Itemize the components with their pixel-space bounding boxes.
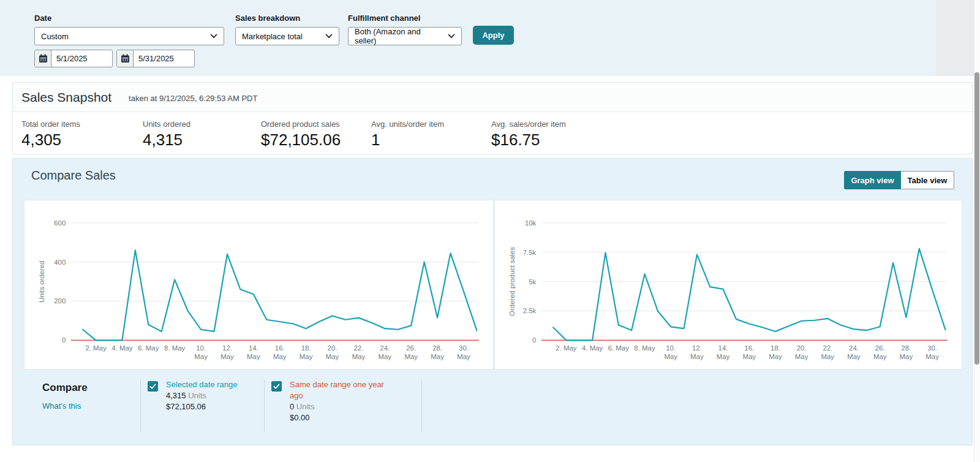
sales-snapshot-header: Sales Snapshot taken at 9/12/2025, 6:29:… [13,83,972,112]
svg-text:0: 0 [532,336,536,344]
svg-text:14.May: 14.May [247,344,260,360]
svg-text:28.May: 28.May [431,344,444,360]
fulfillment-channel-select[interactable]: Both (Amazon and seller) [348,27,462,45]
units-ordered-chart-panel: Units ordered02004006002. May4. May6. Ma… [24,200,494,369]
legend-amount: $72,105.06 [166,402,206,411]
sales-snapshot-card: Sales Snapshot taken at 9/12/2025, 6:29:… [12,82,973,154]
compare-legend-title: Compare [42,382,88,394]
svg-text:22.May: 22.May [352,344,366,360]
legend-units-value: 4,315 [166,391,186,400]
top-right-gutter [936,0,974,76]
svg-text:24.May: 24.May [847,344,861,360]
filter-bar: Date Custom Sales bre [0,0,974,76]
svg-text:14.May: 14.May [717,344,730,360]
sales-breakdown-value: Marketplace total [242,32,303,41]
stat-ordered-product-sales: Ordered product sales $72,105.06 [261,119,371,150]
stat-value: 1 [371,131,491,150]
svg-text:200: 200 [54,297,66,305]
svg-text:7.5k: 7.5k [523,249,537,256]
units-ordered-chart: Units ordered02004006002. May4. May6. Ma… [24,200,493,369]
svg-text:4. May: 4. May [111,344,133,352]
fulfillment-channel-value: Both (Amazon and seller) [355,27,443,45]
vertical-scrollbar-thumb[interactable] [974,72,979,365]
svg-text:10k: 10k [525,219,537,227]
date-filter-label: Date [34,13,51,23]
sales-snapshot-title: Sales Snapshot [21,90,111,105]
svg-text:30.May: 30.May [457,344,470,360]
fulfillment-channel-label: Fulfillment channel [348,13,420,23]
svg-text:30.May: 30.May [925,344,939,360]
stat-total-order-items: Total order items 4,305 [21,119,143,150]
svg-text:6. May: 6. May [138,344,159,352]
check-icon [273,384,280,390]
legend-units-suffix: Units [296,402,315,411]
svg-text:600: 600 [54,219,66,227]
snapshot-timestamp: taken at 9/12/2025, 6:29:53 AM PDT [129,92,257,103]
chevron-down-icon [325,34,333,39]
stat-label: Ordered product sales [261,119,371,129]
svg-text:16.May: 16.May [273,344,287,360]
compare-sales-title: Compare Sales [31,169,116,183]
legend-item-text: Selected date range 4,315 Units $72,105.… [166,379,237,412]
svg-text:2. May: 2. May [85,344,107,352]
stat-value: $16.75 [491,131,566,150]
selected-range-checkbox[interactable] [148,381,158,392]
legend-item-text: Same date range one year ago 0 Units $0.… [290,379,395,423]
svg-text:28.May: 28.May [900,344,913,360]
year-ago-checkbox[interactable] [271,381,282,392]
compare-sales-card: Compare Sales Graph view Table view Unit… [12,158,973,445]
svg-text:22.May: 22.May [821,344,835,360]
svg-text:10.May: 10.May [194,344,208,360]
calendar-icon[interactable] [117,50,134,67]
check-icon [149,384,156,390]
stat-avg-sales-per-order: Avg. sales/order item $16.75 [491,119,566,150]
legend-label: Same date range one year ago [290,379,395,401]
view-toggle: Graph view Table view [844,171,954,189]
whats-this-link[interactable]: What's this [42,401,88,411]
svg-text:2.5k: 2.5k [523,307,537,314]
legend-label: Selected date range [166,379,237,390]
calendar-glyph [121,54,130,63]
svg-text:6. May: 6. May [608,344,630,352]
end-date-input[interactable] [134,50,192,67]
calendar-icon[interactable] [35,50,51,67]
product-sales-chart-panel: Ordered product sales02.5k5k7.5k10k2. Ma… [494,200,962,369]
svg-text:2. May: 2. May [556,344,577,352]
svg-text:12.May: 12.May [221,344,234,360]
legend-units-value: 0 [290,402,294,411]
table-view-tab[interactable]: Table view [901,171,954,189]
legend-amount: $0.00 [290,413,310,422]
stat-value: $72,105.06 [261,131,371,150]
date-range-select[interactable]: Custom [34,27,224,45]
product-sales-chart: Ordered product sales02.5k5k7.5k10k2. Ma… [495,200,962,369]
compare-legend-header: Compare What's this [42,382,88,411]
stat-label: Avg. units/order item [371,119,491,129]
stat-avg-units-per-order: Avg. units/order item 1 [371,119,491,150]
svg-text:0: 0 [62,336,66,344]
stat-value: 4,315 [143,131,261,150]
legend-item-selected-range: Selected date range 4,315 Units $72,105.… [140,379,264,432]
svg-text:26.May: 26.May [873,344,887,360]
legend-item-year-ago: Same date range one year ago 0 Units $0.… [264,379,422,432]
svg-text:20.May: 20.May [795,344,809,360]
stat-label: Total order items [21,119,143,129]
svg-text:12.May: 12.May [690,344,704,360]
apply-button[interactable]: Apply [473,26,514,45]
svg-text:26.May: 26.May [404,344,418,360]
svg-text:8. May: 8. May [634,344,655,352]
svg-text:5k: 5k [529,278,536,286]
svg-text:Ordered product sales: Ordered product sales [508,247,516,316]
graph-view-tab[interactable]: Graph view [844,171,901,189]
sales-breakdown-select[interactable]: Marketplace total [235,27,339,45]
chevron-down-icon [210,34,217,39]
svg-text:20.May: 20.May [326,344,339,360]
svg-text:400: 400 [54,259,66,266]
svg-text:18.May: 18.May [300,344,313,360]
stat-value: 4,305 [21,131,143,150]
stat-label: Avg. sales/order item [491,119,566,129]
start-date-input[interactable] [51,50,110,67]
svg-text:Units ordered: Units ordered [38,260,45,302]
calendar-glyph [39,54,48,63]
legend-units-suffix: Units [188,391,206,400]
svg-text:16.May: 16.May [742,344,756,360]
